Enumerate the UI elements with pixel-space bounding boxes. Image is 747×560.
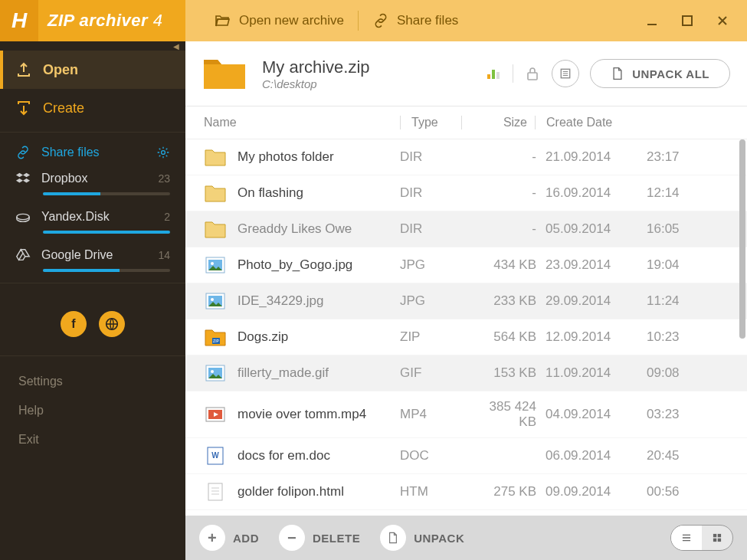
- exit-link[interactable]: Exit: [18, 425, 167, 454]
- table-row[interactable]: Greaddy Likes Owe DIR - 05.09.2014 16:05: [185, 211, 747, 247]
- cloud-item-google-drive[interactable]: Google Drive 14: [0, 240, 185, 266]
- file-date: 06.09.2014: [546, 448, 637, 463]
- delete-label: DELETE: [313, 532, 360, 545]
- file-name: golder folipon.html: [238, 484, 400, 499]
- settings-link[interactable]: Settings: [18, 367, 167, 396]
- file-time: 23:17: [637, 149, 683, 165]
- file-type: DIR: [400, 221, 472, 237]
- table-row[interactable]: golder folipon.html HTM 275 KB 09.09.201…: [185, 474, 747, 510]
- file-name: IDE_34229.jpg: [238, 293, 400, 309]
- help-link[interactable]: Help: [18, 396, 167, 425]
- facebook-button[interactable]: f: [61, 311, 87, 337]
- file-time: 11:24: [637, 293, 683, 309]
- cloud-name: Yandex.Disk: [41, 210, 110, 224]
- sidebar-collapse[interactable]: ◀: [0, 41, 185, 51]
- table-header: Name Type Size Create Date: [185, 106, 747, 139]
- titlebar-actions: Open new archive Share files: [185, 0, 747, 41]
- file-name: Photo_by_Gogo.jpg: [238, 257, 400, 273]
- file-list[interactable]: My photos folder DIR - 21.09.2014 23:17 …: [185, 139, 747, 516]
- file-type: GIF: [400, 365, 472, 381]
- file-type-icon: [204, 482, 227, 502]
- cloud-icon: [15, 171, 31, 186]
- sidebar-item-open[interactable]: Open: [0, 51, 185, 89]
- sidebar-item-share[interactable]: Share files: [0, 137, 185, 163]
- file-size: 233 KB: [472, 293, 546, 309]
- file-time: 09:08: [637, 365, 683, 381]
- cloud-item-dropbox[interactable]: Dropbox 23: [0, 163, 185, 189]
- file-time: 00:56: [637, 484, 683, 499]
- cloud-name: Dropbox: [41, 172, 87, 185]
- cloud-icon: [15, 247, 31, 263]
- properties-button[interactable]: [552, 60, 579, 87]
- app-title: ZIP archiver 4: [48, 11, 185, 31]
- grid-view-button[interactable]: [702, 526, 732, 550]
- sidebar-item-create[interactable]: Create: [0, 89, 185, 127]
- table-row[interactable]: IDE_34229.jpg JPG 233 KB 29.09.2014 11:2…: [185, 283, 747, 319]
- file-type-icon: ZIP: [204, 327, 227, 347]
- file-size: 275 KB: [472, 484, 546, 499]
- table-row[interactable]: fillerty_made.gif GIF 153 KB 11.09.2014 …: [185, 355, 747, 391]
- file-type-icon: [204, 219, 227, 239]
- gear-icon[interactable]: [156, 146, 170, 159]
- file-size: -: [472, 185, 546, 201]
- download-icon: [15, 100, 32, 116]
- table-row[interactable]: movie over tomm.mp4 MP4 385 424 KB 04.09…: [185, 391, 747, 438]
- close-button[interactable]: [715, 13, 730, 28]
- unpack-all-button[interactable]: UNPACK ALL: [590, 59, 730, 88]
- sidebar-share-label: Share files: [41, 146, 100, 159]
- separator: [0, 132, 185, 133]
- link-icon: [372, 12, 389, 29]
- lock-icon[interactable]: [524, 65, 541, 82]
- file-date: 11.09.2014: [546, 365, 637, 381]
- unpack-button[interactable]: UNPACK: [380, 525, 475, 551]
- table-row[interactable]: My photos folder DIR - 21.09.2014 23:17: [185, 139, 747, 175]
- stats-icon[interactable]: [485, 65, 502, 82]
- file-time: 20:45: [637, 448, 683, 463]
- table-row[interactable]: W docs for em.doc DOC 06.09.2014 20:45: [185, 438, 747, 474]
- column-size[interactable]: Size: [461, 116, 535, 129]
- file-size: 434 KB: [472, 257, 546, 273]
- archive-path: C:\desktop: [262, 77, 370, 90]
- svg-rect-28: [208, 483, 222, 500]
- file-date: 05.09.2014: [546, 221, 637, 237]
- separator: [513, 64, 513, 83]
- cloud-icon: [15, 209, 31, 224]
- file-type-icon: [204, 291, 227, 311]
- link-icon: [15, 145, 31, 160]
- file-type-icon: [204, 255, 227, 275]
- column-date[interactable]: Create Date: [535, 116, 729, 129]
- file-type: DIR: [400, 149, 472, 165]
- file-time: 12:14: [637, 185, 683, 201]
- file-type: DOC: [400, 448, 472, 463]
- open-archive-button[interactable]: Open new archive: [201, 0, 358, 41]
- svg-point-23: [211, 370, 214, 373]
- website-button[interactable]: [99, 311, 125, 337]
- minimize-button[interactable]: [644, 13, 660, 28]
- file-date: 04.09.2014: [546, 407, 637, 422]
- file-size: 564 KB: [472, 329, 546, 345]
- cloud-item-yandex-disk[interactable]: Yandex.Disk 2: [0, 201, 185, 228]
- file-icon: [380, 525, 406, 551]
- maximize-button[interactable]: [680, 13, 695, 28]
- list-view-button[interactable]: [671, 526, 702, 550]
- content: My archive.zip C:\desktop UNPACK ALL Nam…: [185, 41, 747, 560]
- column-type[interactable]: Type: [400, 116, 461, 129]
- table-row[interactable]: ZIP Dogs.zip ZIP 564 KB 12.09.2014 10:23: [185, 319, 747, 355]
- column-name[interactable]: Name: [204, 116, 400, 129]
- cloud-name: Google Drive: [41, 248, 113, 262]
- table-row[interactable]: On flashing DIR - 16.09.2014 12:14: [185, 175, 747, 211]
- file-time: 10:23: [637, 329, 683, 345]
- add-button[interactable]: + ADD: [199, 525, 270, 551]
- file-type-icon: [204, 363, 227, 383]
- file-date: 12.09.2014: [546, 329, 637, 345]
- file-name: My photos folder: [238, 149, 400, 165]
- share-files-button[interactable]: Share files: [359, 0, 472, 41]
- file-type-icon: [204, 147, 227, 167]
- table-row[interactable]: Photo_by_Gogo.jpg JPG 434 KB 23.09.2014 …: [185, 247, 747, 283]
- file-name: Greaddy Likes Owe: [238, 221, 400, 237]
- delete-button[interactable]: − DELETE: [279, 525, 371, 551]
- cloud-count: 14: [158, 249, 170, 261]
- scrollbar-thumb[interactable]: [739, 139, 745, 339]
- file-type: HTM: [400, 484, 472, 499]
- plus-icon: +: [199, 525, 225, 551]
